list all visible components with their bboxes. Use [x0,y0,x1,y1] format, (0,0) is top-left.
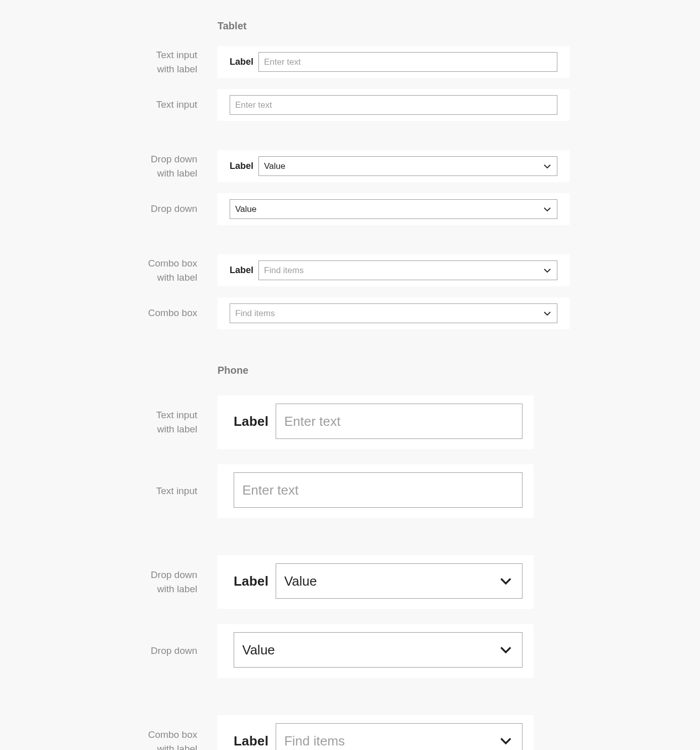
panel-dropdown-tablet: Value [217,193,570,225]
caption-dropdown: Drop down [0,644,197,658]
dropdown-label: Label [230,161,253,171]
dropdown[interactable]: Value [276,563,522,599]
combobox[interactable]: Find items [230,303,557,323]
dropdown[interactable]: Value [258,156,557,176]
caption-combobox: Combo box [0,306,197,320]
input-label: Label [234,414,269,429]
panel-combobox-with-label-tablet: Label Find items [217,254,570,286]
panel-dropdown-with-label-phone: Label Value [217,555,534,609]
chevron-down-icon [499,643,513,657]
combobox-label: Label [230,265,253,276]
dropdown-label: Label [234,573,269,589]
caption-combobox-with-label: Combo box with label [0,256,197,284]
caption-text-input: Text input [0,484,197,498]
chevron-down-icon [499,734,513,748]
panel-dropdown-phone: Value [217,624,534,678]
dropdown-value: Value [284,573,317,589]
caption-combobox-with-label: Combo box with label [0,728,197,750]
chevron-down-icon [543,205,552,214]
section-header-tablet: Tablet [217,20,700,32]
caption-text-input-with-label: Text input with label [0,408,197,436]
chevron-down-icon [543,162,552,171]
panel-text-input-phone [217,464,534,518]
caption-dropdown-with-label: Drop down with label [0,152,197,180]
dropdown-value: Value [235,204,256,214]
combobox[interactable]: Find items [258,260,557,280]
combobox-placeholder: Find items [264,266,303,276]
text-input[interactable] [230,95,557,115]
text-input[interactable] [276,404,522,439]
dropdown-value: Value [242,642,275,658]
caption-dropdown-with-label: Drop down with label [0,568,197,596]
dropdown[interactable]: Value [230,199,557,219]
dropdown-value: Value [264,161,285,171]
combobox-label: Label [234,733,269,749]
text-input[interactable] [258,52,557,72]
caption-text-input-with-label: Text input with label [0,48,197,76]
combobox-placeholder: Find items [235,308,275,319]
panel-combobox-tablet: Find items [217,297,570,329]
panel-text-input-tablet [217,89,570,121]
chevron-down-icon [543,309,552,318]
combobox-placeholder: Find items [284,733,345,749]
input-label: Label [230,57,253,67]
panel-combobox-with-label-phone: Label Find items [217,715,534,750]
caption-text-input: Text input [0,98,197,112]
section-header-phone: Phone [217,365,700,376]
chevron-down-icon [499,574,513,588]
panel-text-input-with-label-tablet: Label [217,46,570,78]
dropdown[interactable]: Value [234,632,522,668]
panel-dropdown-with-label-tablet: Label Value [217,150,570,182]
panel-text-input-with-label-phone: Label [217,395,534,449]
chevron-down-icon [543,266,552,275]
text-input[interactable] [234,472,522,508]
combobox[interactable]: Find items [276,723,522,750]
caption-dropdown: Drop down [0,202,197,216]
